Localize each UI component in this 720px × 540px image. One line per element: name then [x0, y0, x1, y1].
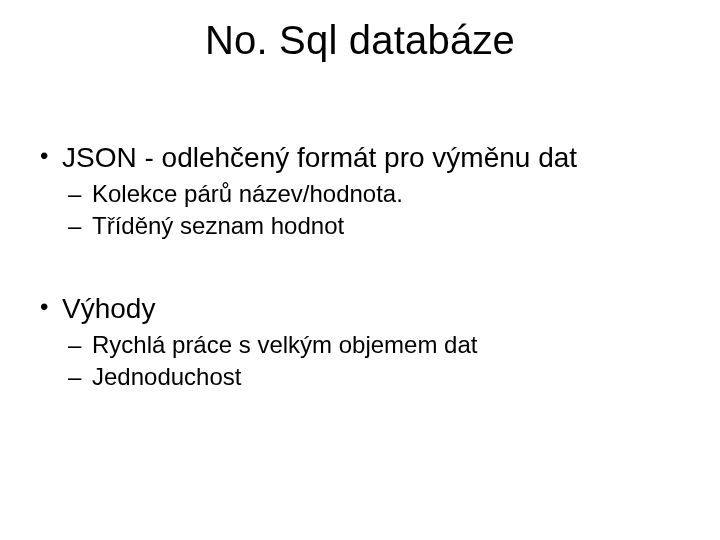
sub-bullet-text: Kolekce párů název/hodnota.	[92, 180, 403, 207]
bullet-text: Výhody	[62, 293, 155, 324]
bullet-item: Výhody Rychlá práce s velkým objemem dat…	[36, 291, 684, 392]
slide: No. Sql databáze JSON - odlehčený formát…	[0, 0, 720, 540]
spacer	[36, 247, 684, 291]
sub-bullet-item: Tříděný seznam hodnot	[62, 211, 684, 241]
sub-bullet-list: Rychlá práce s velkým objemem dat Jednod…	[62, 330, 684, 392]
slide-body: JSON - odlehčený formát pro výměnu dat K…	[36, 140, 684, 398]
bullet-text: JSON - odlehčený formát pro výměnu dat	[62, 142, 577, 173]
sub-bullet-item: Kolekce párů název/hodnota.	[62, 179, 684, 209]
sub-bullet-text: Jednoduchost	[92, 363, 241, 390]
bullet-list: JSON - odlehčený formát pro výměnu dat K…	[36, 140, 684, 241]
sub-bullet-text: Rychlá práce s velkým objemem dat	[92, 331, 477, 358]
bullet-list: Výhody Rychlá práce s velkým objemem dat…	[36, 291, 684, 392]
sub-bullet-item: Jednoduchost	[62, 362, 684, 392]
sub-bullet-text: Tříděný seznam hodnot	[92, 212, 344, 239]
sub-bullet-list: Kolekce párů název/hodnota. Tříděný sezn…	[62, 179, 684, 241]
slide-title: No. Sql databáze	[0, 18, 720, 63]
sub-bullet-item: Rychlá práce s velkým objemem dat	[62, 330, 684, 360]
bullet-item: JSON - odlehčený formát pro výměnu dat K…	[36, 140, 684, 241]
